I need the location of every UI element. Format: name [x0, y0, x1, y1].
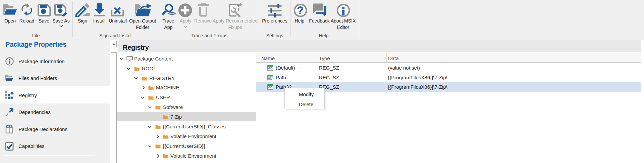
svg-text:ab: ab: [268, 85, 272, 89]
svg-text:ab: ab: [268, 66, 272, 70]
svg-text:ab: ab: [268, 76, 272, 80]
svg-text:?: ?: [297, 4, 304, 16]
